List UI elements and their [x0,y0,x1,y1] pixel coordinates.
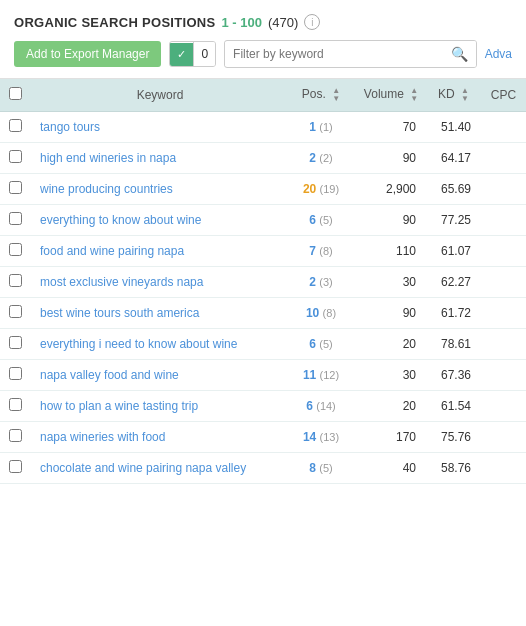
volume-cell: 90 [356,143,426,174]
kd-cell: 62.27 [426,267,481,298]
cpc-cell [481,298,526,329]
adva-link[interactable]: Adva [485,47,512,61]
header-cpc[interactable]: CPC [481,79,526,112]
row-checkbox[interactable] [9,429,22,442]
row-checkbox[interactable] [9,181,22,194]
pos-prev: (5) [319,462,332,474]
row-checkbox[interactable] [9,336,22,349]
volume-cell: 30 [356,360,426,391]
kd-cell: 77.25 [426,205,481,236]
table-row: tango tours1 (1)7051.40 [0,112,526,143]
header-checkbox-col [0,79,30,112]
row-checkbox[interactable] [9,119,22,132]
checkmark-icon: ✓ [170,43,193,66]
table-row: chocolate and wine pairing napa valley8 … [0,453,526,484]
pos-value: 11 [303,368,320,382]
pos-prev: (8) [323,307,336,319]
keyword-link[interactable]: tango tours [40,120,100,134]
keyword-cell: best wine tours south america [30,298,286,329]
row-checkbox[interactable] [9,274,22,287]
filter-badge[interactable]: ✓ 0 [169,41,216,67]
keyword-link[interactable]: wine producing countries [40,182,173,196]
pos-cell: 11 (12) [286,360,356,391]
add-export-button[interactable]: Add to Export Manager [14,41,161,67]
volume-cell: 2,900 [356,174,426,205]
kd-cell: 67.36 [426,360,481,391]
keyword-cell: tango tours [30,112,286,143]
header-pos[interactable]: Pos. ▲▼ [286,79,356,112]
row-checkbox[interactable] [9,243,22,256]
pos-prev: (5) [319,338,332,350]
keyword-link[interactable]: most exclusive vineyards napa [40,275,203,289]
kd-cell: 65.69 [426,174,481,205]
row-checkbox[interactable] [9,212,22,225]
keyword-link[interactable]: napa valley food and wine [40,368,179,382]
row-checkbox[interactable] [9,305,22,318]
pos-prev: (14) [316,400,336,412]
table-row: most exclusive vineyards napa2 (3)3062.2… [0,267,526,298]
row-checkbox-cell [0,112,30,143]
pos-prev: (2) [319,152,332,164]
cpc-cell [481,143,526,174]
row-checkbox[interactable] [9,367,22,380]
info-icon[interactable]: i [304,14,320,30]
keyword-cell: food and wine pairing napa [30,236,286,267]
results-table: Keyword Pos. ▲▼ Volume ▲▼ KD ▲▼ CPC tang… [0,79,526,484]
pos-cell: 2 (2) [286,143,356,174]
row-checkbox[interactable] [9,150,22,163]
keyword-link[interactable]: best wine tours south america [40,306,199,320]
pos-value: 6 [306,399,316,413]
header-volume[interactable]: Volume ▲▼ [356,79,426,112]
pos-value: 6 [309,213,319,227]
keyword-link[interactable]: napa wineries with food [40,430,165,444]
pos-cell: 10 (8) [286,298,356,329]
keyword-link[interactable]: everything to know about wine [40,213,201,227]
keyword-link[interactable]: food and wine pairing napa [40,244,184,258]
select-all-checkbox[interactable] [9,87,22,100]
volume-cell: 90 [356,298,426,329]
keyword-cell: chocolate and wine pairing napa valley [30,453,286,484]
pos-value: 6 [309,337,319,351]
volume-cell: 20 [356,391,426,422]
cpc-cell [481,329,526,360]
pos-prev: (3) [319,276,332,288]
cpc-cell [481,422,526,453]
pos-value: 2 [309,275,319,289]
kd-cell: 51.40 [426,112,481,143]
row-checkbox-cell [0,205,30,236]
row-checkbox-cell [0,298,30,329]
pos-cell: 8 (5) [286,453,356,484]
table-row: food and wine pairing napa7 (8)11061.07 [0,236,526,267]
keyword-link[interactable]: everything i need to know about wine [40,337,237,351]
keyword-link[interactable]: how to plan a wine tasting trip [40,399,198,413]
header-keyword: Keyword [30,79,286,112]
keyword-link[interactable]: high end wineries in napa [40,151,176,165]
pos-value: 2 [309,151,319,165]
row-checkbox[interactable] [9,398,22,411]
pos-value: 10 [306,306,323,320]
row-checkbox-cell [0,453,30,484]
pos-value: 20 [303,182,320,196]
pos-prev: (5) [319,214,332,226]
pos-cell: 20 (19) [286,174,356,205]
header-kd[interactable]: KD ▲▼ [426,79,481,112]
keyword-cell: napa valley food and wine [30,360,286,391]
row-checkbox-cell [0,391,30,422]
keyword-cell: everything to know about wine [30,205,286,236]
keyword-link[interactable]: chocolate and wine pairing napa valley [40,461,246,475]
row-checkbox[interactable] [9,460,22,473]
pos-value: 1 [309,120,319,134]
pos-cell: 1 (1) [286,112,356,143]
row-checkbox-cell [0,360,30,391]
pos-prev: (13) [320,431,340,443]
search-button[interactable]: 🔍 [443,41,476,67]
page-header: ORGANIC SEARCH POSITIONS 1 - 100 (470) i… [0,0,526,79]
row-checkbox-cell [0,422,30,453]
table-row: best wine tours south america10 (8)9061.… [0,298,526,329]
kd-sort-icon: ▲▼ [461,87,469,103]
cpc-cell [481,236,526,267]
pos-prev: (1) [319,121,332,133]
search-input[interactable] [225,42,443,66]
table-header: Keyword Pos. ▲▼ Volume ▲▼ KD ▲▼ CPC [0,79,526,112]
volume-cell: 30 [356,267,426,298]
